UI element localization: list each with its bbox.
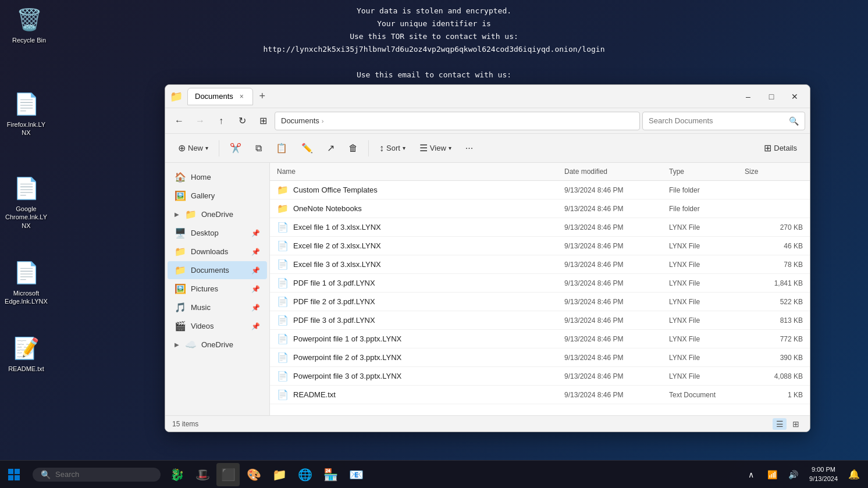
onedrive-bottom-expand-icon: ▶	[175, 341, 179, 348]
up-button[interactable]: ↑	[212, 112, 230, 130]
table-row[interactable]: 📄 Excel file 3 of 3.xlsx.LYNX 9/13/2024 …	[270, 255, 810, 274]
breadcrumb[interactable]: Documents ›	[275, 112, 640, 130]
tray-network[interactable]: 📶	[763, 463, 781, 486]
ransom-line3: Use this TOR site to contact with us:	[0, 30, 868, 43]
file-date: 9/13/2024 8:46 PM	[564, 298, 669, 306]
taskbar-icon-vault[interactable]: ⬛	[216, 463, 240, 486]
documents-tab[interactable]: Documents ×	[187, 88, 253, 105]
details-button[interactable]: ⊞ Details	[758, 139, 803, 157]
file-size: 772 KB	[745, 335, 803, 343]
minimize-button[interactable]: –	[738, 88, 759, 105]
grid-view-toggle[interactable]: ⊞	[789, 418, 803, 430]
view-switcher-button[interactable]: ⊞	[254, 112, 272, 130]
forward-button[interactable]: →	[191, 112, 209, 130]
sidebar-item-onedrive-bottom[interactable]: ▶ ☁️ OneDrive	[168, 336, 267, 354]
refresh-button[interactable]: ↻	[233, 112, 251, 130]
taskbar-icon-store[interactable]: 🏪	[319, 463, 342, 486]
file-date: 9/13/2024 8:46 PM	[564, 354, 669, 362]
file-size: 522 KB	[745, 298, 803, 306]
file-icon: 📄	[277, 352, 289, 363]
sidebar-downloads-label: Downloads	[191, 247, 228, 256]
search-box[interactable]: 🔍	[642, 112, 805, 130]
taskbar-icon-hat[interactable]: 🎩	[191, 463, 214, 486]
table-row[interactable]: 📄 PDF file 2 of 3.pdf.LYNX 9/13/2024 8:4…	[270, 293, 810, 311]
toolbar: ⊕ New ▾ ✂️ ⧉ 📋 ✏️ ↗ 🗑	[165, 134, 810, 163]
sidebar-item-music[interactable]: 🎵 Music 📌	[168, 298, 267, 316]
sidebar-item-documents[interactable]: 📁 Documents 📌	[168, 261, 267, 279]
col-date[interactable]: Date modified	[564, 168, 669, 176]
tab-close-button[interactable]: ×	[238, 92, 246, 101]
tray-sound[interactable]: 🔊	[784, 463, 802, 486]
cut-button[interactable]: ✂️	[224, 139, 247, 157]
file-name-cell: 📄 PDF file 1 of 3.pdf.LYNX	[277, 277, 564, 288]
taskbar-icon-folder[interactable]: 📁	[268, 463, 291, 486]
desktop-sidebar-icon: 🖥️	[175, 227, 186, 238]
sidebar-item-desktop[interactable]: 🖥️ Desktop 📌	[168, 224, 267, 242]
tab-label: Documents	[195, 92, 233, 101]
file-type: LYNX File	[669, 372, 745, 380]
table-row[interactable]: 📄 Powerpoint file 1 of 3.pptx.LYNX 9/13/…	[270, 330, 810, 348]
sidebar-item-onedrive-top[interactable]: ▶ 📁 OneDrive	[168, 205, 267, 223]
file-name-cell: 📁 OneNote Notebooks	[277, 203, 564, 214]
copy-button[interactable]: ⧉	[250, 140, 268, 157]
documents-pin-icon: 📌	[251, 266, 260, 275]
new-button[interactable]: ⊕ New ▾	[172, 139, 214, 157]
sort-button[interactable]: ↕ Sort ▾	[373, 140, 411, 157]
rename-button[interactable]: ✏️	[296, 139, 319, 157]
desktop-pin-icon: 📌	[251, 229, 260, 237]
table-row[interactable]: 📁 Custom Office Templates 9/13/2024 8:46…	[270, 181, 810, 200]
sidebar-item-home[interactable]: 🏠 Home	[168, 168, 267, 186]
paste-button[interactable]: 📋	[270, 139, 293, 157]
sidebar-desktop-label: Desktop	[191, 229, 219, 237]
taskbar-icon-edge[interactable]: 🌐	[293, 463, 316, 486]
taskbar-icon-outlook[interactable]: 📧	[344, 463, 368, 486]
table-row[interactable]: 📄 Excel file 2 of 3.xlsx.LYNX 9/13/2024 …	[270, 237, 810, 255]
table-row[interactable]: 📁 OneNote Notebooks 9/13/2024 8:46 PM Fi…	[270, 200, 810, 218]
view-button[interactable]: ☰ View ▾	[414, 139, 457, 157]
taskbar-icon-dragon[interactable]: 🐉	[165, 463, 188, 486]
col-name[interactable]: Name	[277, 168, 564, 176]
col-size[interactable]: Size	[745, 168, 803, 176]
file-size: 813 KB	[745, 316, 803, 325]
file-name-cell: 📄 Powerpoint file 2 of 3.pptx.LYNX	[277, 352, 564, 363]
file-name: Excel file 2 of 3.xlsx.LYNX	[293, 241, 381, 250]
taskbar-clock[interactable]: 9:00 PM 9/13/2024	[805, 465, 842, 483]
details-icon: ⊞	[764, 143, 771, 154]
file-name-cell: 📄 Powerpoint file 1 of 3.pptx.LYNX	[277, 333, 564, 344]
toolbar-separator-1	[219, 140, 219, 156]
start-button[interactable]	[0, 461, 28, 489]
maximize-button[interactable]: □	[761, 88, 782, 105]
add-tab-button[interactable]: +	[254, 88, 271, 105]
table-row[interactable]: 📄 Excel file 1 of 3.xlsx.LYNX 9/13/2024 …	[270, 218, 810, 237]
notification-bell[interactable]: 🔔	[845, 463, 863, 486]
col-type[interactable]: Type	[669, 168, 745, 176]
sidebar-item-gallery[interactable]: 🖼️ Gallery	[168, 187, 267, 205]
list-view-toggle[interactable]: ☰	[773, 418, 787, 430]
desktop-icon-readme[interactable]: 📝 README.txt	[3, 334, 49, 373]
file-date: 9/13/2024 8:46 PM	[564, 242, 669, 250]
taskbar-search-box[interactable]: 🔍	[33, 468, 161, 482]
close-button[interactable]: ✕	[784, 88, 805, 105]
sidebar-item-pictures[interactable]: 🖼️ Pictures 📌	[168, 280, 267, 298]
table-row[interactable]: 📄 PDF file 3 of 3.pdf.LYNX 9/13/2024 8:4…	[270, 311, 810, 330]
desktop-icon-chrome[interactable]: 📄 GoogleChrome.lnk.LYNX	[3, 174, 49, 230]
more-button[interactable]: ···	[460, 140, 479, 157]
file-name: Powerpoint file 3 of 3.pptx.LYNX	[293, 372, 401, 380]
taskbar-search-input[interactable]	[55, 470, 148, 479]
share-button[interactable]: ↗	[321, 139, 340, 157]
table-row[interactable]: 📄 PDF file 1 of 3.pdf.LYNX 9/13/2024 8:4…	[270, 274, 810, 293]
delete-button[interactable]: 🗑	[343, 140, 364, 157]
table-row[interactable]: 📄 Powerpoint file 3 of 3.pptx.LYNX 9/13/…	[270, 367, 810, 386]
back-button[interactable]: ←	[170, 112, 188, 130]
new-icon: ⊕	[178, 143, 186, 154]
sidebar-item-downloads[interactable]: 📁 Downloads 📌	[168, 243, 267, 261]
sidebar-item-videos[interactable]: 🎬 Videos 📌	[168, 317, 267, 335]
desktop-icon-msedge[interactable]: 📄 MicrosoftEdge.lnk.LYNX	[3, 259, 49, 306]
search-input[interactable]	[649, 116, 785, 125]
search-icon[interactable]: 🔍	[789, 116, 799, 126]
tray-chevron[interactable]: ∧	[742, 463, 760, 486]
taskbar-icon-paint[interactable]: 🎨	[242, 463, 265, 486]
table-row[interactable]: 📄 README.txt 9/13/2024 8:46 PM Text Docu…	[270, 386, 810, 404]
sidebar-gallery-label: Gallery	[191, 191, 215, 200]
table-row[interactable]: 📄 Powerpoint file 2 of 3.pptx.LYNX 9/13/…	[270, 348, 810, 367]
